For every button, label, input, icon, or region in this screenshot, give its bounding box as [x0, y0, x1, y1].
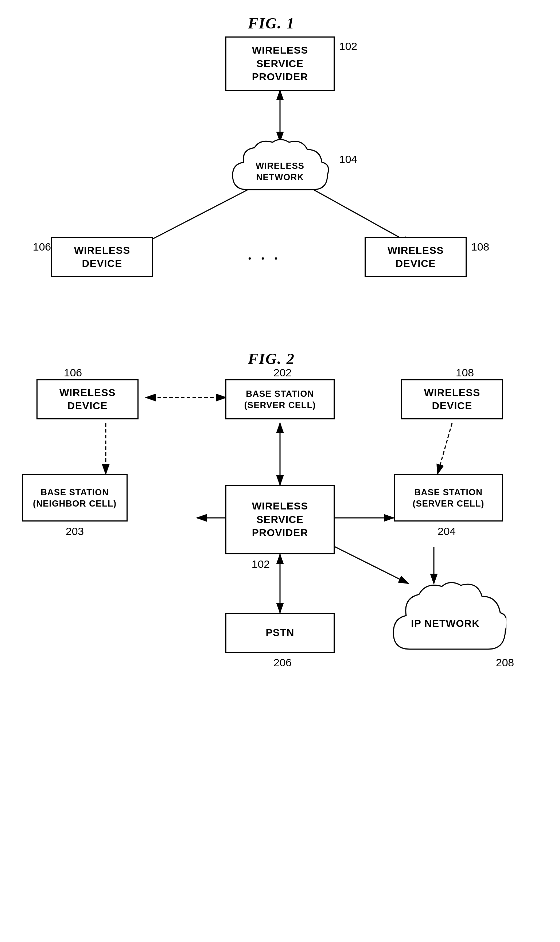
fig1-wn-label: WIRELESS NETWORK [255, 160, 304, 183]
fig1-wsp-label: WIRELESS SERVICE PROVIDER [252, 44, 308, 83]
fig1-wd1-label: WIRELESS DEVICE [74, 244, 130, 271]
fig2-bs-server-right-label: BASE STATION (SERVER CELL) [413, 486, 485, 509]
fig2-pstn-box: PSTN [225, 613, 335, 653]
fig2-wsp-label: WIRELESS SERVICE PROVIDER [252, 500, 308, 539]
fig1-dots: · · · [248, 250, 281, 267]
fig2-wsp-box: WIRELESS SERVICE PROVIDER [225, 485, 335, 554]
fig1-wd2-label: WIRELESS DEVICE [388, 244, 444, 271]
fig2-ip-ref: 208 [496, 656, 514, 669]
fig2-wd-right-label: WIRELESS DEVICE [424, 386, 480, 413]
fig2-bs-server-top-box: BASE STATION (SERVER CELL) [225, 379, 335, 419]
fig1-wd1-ref: 106 [33, 241, 51, 253]
svg-line-13 [437, 423, 452, 474]
fig2-bs-neighbor-box: BASE STATION (NEIGHBOR CELL) [22, 474, 128, 522]
fig1-wsp-box: WIRELESS SERVICE PROVIDER [225, 37, 335, 91]
fig2-wd-right-box: WIRELESS DEVICE [401, 379, 503, 419]
fig1-title: FIG. 1 [248, 15, 295, 32]
fig2-ip-label: IP NETWORK [411, 617, 479, 630]
diagram-container: FIG. 1 WIRELESS SERVICE PROVIDER 102 WIR… [0, 0, 560, 942]
fig2-ip-cloud: IP NETWORK [384, 576, 506, 671]
fig2-wd-left-box: WIRELESS DEVICE [37, 379, 138, 419]
fig2-pstn-label: PSTN [266, 626, 295, 639]
fig2-wd-left-label: WIRELESS DEVICE [59, 386, 115, 413]
fig1-wd1-box: WIRELESS DEVICE [51, 237, 153, 277]
fig2-wd-left-ref: 106 [64, 366, 82, 379]
fig1-wsp-ref: 102 [339, 40, 357, 52]
fig2-bs-neighbor-ref: 203 [66, 525, 84, 537]
fig2-title: FIG. 2 [248, 350, 295, 368]
fig2-bs-server-right-box: BASE STATION (SERVER CELL) [394, 474, 503, 522]
fig2-bs-server-top-ref: 202 [274, 366, 292, 379]
fig1-wd2-ref: 108 [471, 241, 489, 253]
fig2-wd-right-ref: 108 [456, 366, 474, 379]
fig2-bs-neighbor-label: BASE STATION (NEIGHBOR CELL) [33, 486, 117, 509]
fig1-wn-ref: 104 [339, 153, 357, 166]
fig1-wd2-box: WIRELESS DEVICE [365, 237, 467, 277]
fig2-bs-server-top-label: BASE STATION (SERVER CELL) [244, 388, 316, 411]
fig1-wn-cloud: WIRELESS NETWORK [225, 135, 335, 208]
fig2-wsp-ref: 102 [252, 558, 270, 570]
fig2-pstn-ref: 206 [274, 656, 292, 669]
fig2-bs-server-right-ref: 204 [437, 525, 456, 537]
